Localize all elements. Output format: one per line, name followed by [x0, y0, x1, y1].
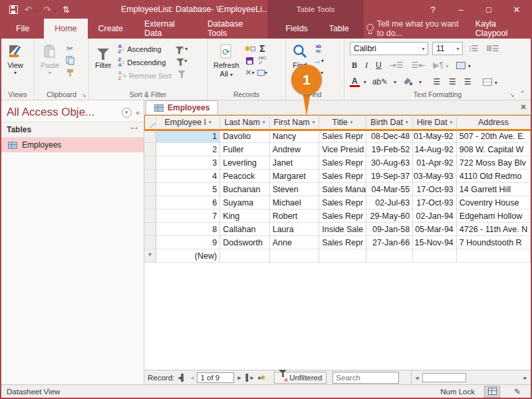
- cell[interactable]: 4110 Old Redmo: [457, 170, 531, 183]
- column-header-birth-dat[interactable]: Birth Dat▾: [366, 115, 414, 130]
- descending-button[interactable]: ZA↓ Descending: [116, 57, 173, 68]
- cell[interactable]: Anne: [270, 236, 320, 249]
- cell[interactable]: Inside Sale: [319, 223, 366, 236]
- cell[interactable]: 14-Aug-92: [413, 143, 457, 156]
- cell[interactable]: Sales Repr: [319, 196, 366, 209]
- toggle-filter-icon[interactable]: [176, 67, 187, 78]
- cell[interactable]: Buchanan: [220, 183, 270, 196]
- decrease-indent-icon[interactable]: ⇥☰: [388, 61, 406, 70]
- cell[interactable]: Sales Repr: [319, 236, 366, 249]
- qat-customize-icon[interactable]: ⇅: [63, 5, 70, 15]
- previous-record-button[interactable]: ◂: [189, 374, 195, 381]
- cell[interactable]: 03-May-93: [413, 170, 457, 183]
- cell[interactable]: Steven: [270, 183, 320, 196]
- bullets-icon[interactable]: ⁝☰: [467, 44, 481, 53]
- cell[interactable]: [413, 249, 457, 263]
- last-record-button[interactable]: ▌▸: [244, 374, 255, 381]
- cell[interactable]: 9: [156, 236, 220, 249]
- cell[interactable]: 01-Apr-92: [413, 156, 457, 170]
- next-record-button[interactable]: ▸: [236, 374, 242, 381]
- row-selector[interactable]: [144, 130, 156, 143]
- delete-record-icon[interactable]: ✕▾: [245, 67, 255, 78]
- filter-button[interactable]: Filter: [92, 41, 114, 72]
- cell[interactable]: 1: [156, 130, 220, 143]
- cell[interactable]: [319, 249, 366, 263]
- cell[interactable]: Andrew: [270, 143, 320, 156]
- cell[interactable]: King: [220, 209, 270, 223]
- cell[interactable]: Sales Repr: [319, 170, 366, 183]
- cell[interactable]: Nancy: [270, 130, 320, 143]
- filter-state-button[interactable]: ✕ Unfiltered: [274, 372, 327, 384]
- cell[interactable]: (New): [156, 249, 220, 263]
- italic-button[interactable]: I: [363, 61, 370, 70]
- cell[interactable]: Vice Presid: [319, 143, 366, 156]
- cell[interactable]: 02-Jul-63: [366, 196, 414, 209]
- row-selector[interactable]: [144, 183, 156, 196]
- column-header-employee-i[interactable]: Employee I▾: [156, 115, 220, 130]
- tab-fields[interactable]: Fields: [275, 19, 318, 39]
- cell[interactable]: 27-Jan-66: [366, 236, 414, 249]
- maximize-button[interactable]: □: [475, 0, 503, 19]
- bold-button[interactable]: B: [350, 61, 359, 70]
- column-header-title[interactable]: Title▾: [319, 115, 366, 130]
- paste-button[interactable]: Paste ▾: [37, 41, 63, 78]
- gridlines-icon[interactable]: ▾: [454, 61, 472, 70]
- cell[interactable]: Margaret: [270, 170, 320, 183]
- tab-table[interactable]: Table: [319, 19, 360, 39]
- background-color-button[interactable]: [400, 76, 415, 87]
- more-records-icon[interactable]: ▾: [257, 67, 268, 78]
- first-record-button[interactable]: ◂▌: [176, 374, 187, 381]
- cell[interactable]: [457, 249, 531, 263]
- help-button[interactable]: ?: [419, 0, 447, 19]
- tab-external-data[interactable]: External Data: [134, 19, 197, 39]
- align-left-icon[interactable]: ☰: [431, 77, 443, 86]
- design-view-button[interactable]: ✎: [509, 386, 525, 398]
- close-button[interactable]: ✕: [503, 0, 531, 19]
- cell[interactable]: 908 W. Capital W: [457, 143, 531, 156]
- row-selector[interactable]: [144, 196, 156, 209]
- spelling-icon[interactable]: ABC✓: [257, 55, 268, 66]
- cell[interactable]: 14 Garrett Hill: [457, 183, 531, 196]
- column-header-hire-dat[interactable]: Hire Dat▾: [413, 115, 457, 130]
- text-formatting-dialog-launcher[interactable]: ↘: [509, 92, 515, 98]
- cell[interactable]: Laura: [270, 223, 320, 236]
- cell[interactable]: 5: [156, 183, 220, 196]
- section-collapse-icon[interactable]: ⌃⌃: [130, 126, 138, 133]
- cell[interactable]: 17-Oct-93: [413, 183, 457, 196]
- column-dropdown-icon[interactable]: ▾: [450, 120, 453, 125]
- cell[interactable]: 19-Sep-37: [366, 170, 414, 183]
- cell[interactable]: 08-Dec-48: [366, 130, 414, 143]
- record-position-box[interactable]: 1 of 9: [197, 372, 234, 383]
- collapse-ribbon-icon[interactable]: ⌃: [520, 90, 525, 97]
- cut-icon[interactable]: ✂: [65, 43, 75, 54]
- undo-icon[interactable]: ↶ ▾: [25, 5, 37, 15]
- cell[interactable]: 7: [156, 209, 220, 223]
- cell[interactable]: 29-May-60: [366, 209, 414, 223]
- advanced-filter-icon[interactable]: ▾: [176, 55, 187, 66]
- column-dropdown-icon[interactable]: ▾: [263, 120, 265, 125]
- row-selector[interactable]: [144, 143, 156, 156]
- save-record-icon[interactable]: [245, 55, 255, 66]
- nav-pane-menu-icon[interactable]: ▾: [122, 108, 132, 118]
- cell[interactable]: 3: [156, 156, 220, 170]
- redo-icon[interactable]: ↷ ▾: [44, 5, 57, 15]
- new-record-button[interactable]: ▸✱: [257, 374, 267, 381]
- cell[interactable]: 01-May-92: [413, 130, 457, 143]
- tab-file[interactable]: File: [1, 19, 44, 39]
- cell[interactable]: Suyama: [220, 196, 270, 209]
- document-close-icon[interactable]: ✕: [520, 102, 527, 112]
- row-selector[interactable]: [144, 156, 156, 170]
- cell[interactable]: 19-Feb-52: [366, 143, 414, 156]
- cell[interactable]: 02-Jan-94: [413, 209, 457, 223]
- cell[interactable]: Edgeham Hollow: [457, 209, 531, 223]
- underline-button[interactable]: U: [374, 61, 384, 70]
- cell[interactable]: [366, 249, 414, 263]
- new-row-selector[interactable]: *: [144, 249, 156, 263]
- remove-sort-button[interactable]: AZ↘ Remove Sort: [116, 70, 173, 82]
- cell[interactable]: 507 - 20th Ave. E.: [457, 130, 531, 143]
- ascending-button[interactable]: AZ↓ Ascending: [116, 43, 173, 55]
- align-center-icon[interactable]: ☰: [447, 77, 458, 86]
- cell[interactable]: 4: [156, 170, 220, 183]
- cell[interactable]: Davolio: [220, 130, 270, 143]
- view-button[interactable]: View ▾: [4, 41, 27, 78]
